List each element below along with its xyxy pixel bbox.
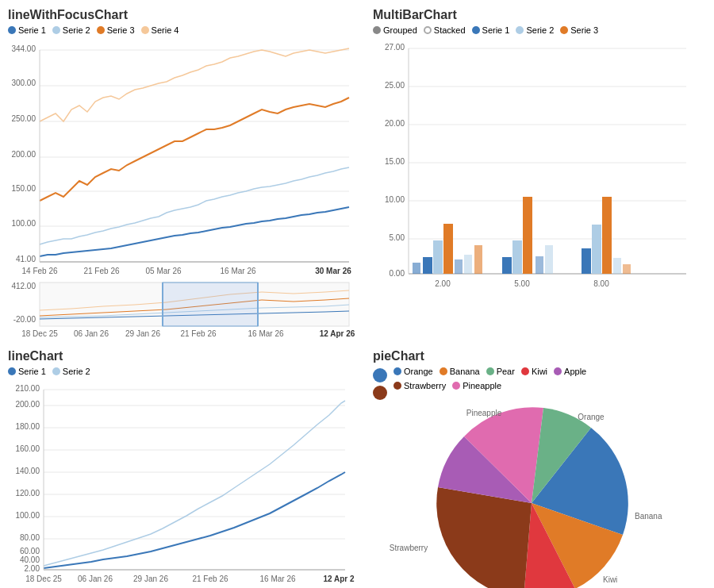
focus-x-6-bold: 12 Apr 26 — [320, 329, 355, 338]
mbar-y-10: 10.00 — [385, 195, 405, 204]
focus-x-4: 21 Feb 26 — [180, 329, 216, 338]
legend-label-mbar-serie2: Serie 2 — [526, 25, 554, 35]
lc-serie2-line — [44, 401, 345, 566]
mbar-y-5: 5.00 — [390, 233, 405, 242]
legend-dot-serie3 — [97, 26, 105, 34]
y-max-label: 344.00 — [11, 44, 36, 53]
pie-slice-strawberry[interactable] — [436, 487, 532, 588]
lc-y-2: 2.00 — [25, 564, 40, 573]
y-200-label: 200.00 — [11, 150, 36, 159]
legend-dot-stacked — [424, 26, 432, 34]
bar-8-s3 — [602, 197, 612, 274]
focus-y-min: -20.00 — [13, 315, 36, 324]
lc-y-120: 120.00 — [15, 489, 40, 498]
pie-dot-pineapple — [452, 382, 460, 390]
pie-legend-big-dot-1 — [373, 368, 387, 382]
line-chart-legend: Serie 1 Serie 2 — [8, 367, 357, 376]
focus-x-3: 29 Jan 26 — [125, 329, 160, 338]
lc-x-4: 21 Feb 26 — [192, 575, 228, 583]
legend-item-mbar-serie2[interactable]: Serie 2 — [516, 25, 554, 35]
line-with-focus-chart-title: lineWithFocusChart — [8, 8, 357, 22]
focus-brush[interactable] — [163, 282, 258, 326]
legend-item-grouped[interactable]: Grouped — [373, 25, 417, 35]
pie-legend-apple[interactable]: Apple — [554, 367, 586, 376]
y-min-label: 41.00 — [16, 255, 36, 263]
legend-item-serie1[interactable]: Serie 1 — [8, 25, 46, 35]
y-150-label: 150.00 — [11, 184, 36, 193]
pie-legend-big-dot-2 — [373, 386, 387, 400]
pie-legend-pear[interactable]: Pear — [486, 367, 515, 376]
bar-5-s1 — [502, 257, 512, 274]
legend-dot-mbar-serie1 — [472, 26, 480, 34]
x-label-5-bold: 30 Mar 26 — [315, 267, 351, 275]
lc-y-180: 180.00 — [15, 422, 40, 431]
pie-label-orange: Orange — [404, 367, 433, 376]
pie-legend-orange[interactable]: Orange — [393, 367, 433, 376]
bar-extra-7 — [613, 258, 621, 274]
legend-dot-mbar-serie2 — [516, 26, 524, 34]
line-chart-panel: lineChart Serie 1 Serie 2 210.00 200.00 … — [0, 341, 365, 587]
legend-item-serie2[interactable]: Serie 2 — [52, 25, 90, 35]
y-300-label: 300.00 — [11, 79, 36, 87]
lc-y-40: 40.00 — [20, 555, 40, 564]
mbar-x-1: 2.00 — [435, 279, 451, 288]
bar-extra-1 — [413, 263, 420, 274]
legend-item-mbar-serie3[interactable]: Serie 3 — [560, 25, 598, 35]
bar-extra-5 — [536, 256, 543, 274]
legend-label-lc-serie2: Serie 2 — [63, 367, 90, 376]
pie-chart-title: pieChart — [373, 349, 706, 363]
lc-x-2: 06 Jan 26 — [78, 575, 113, 583]
legend-label-mbar-serie1: Serie 1 — [482, 25, 510, 35]
lc-y-200: 200.00 — [15, 400, 40, 409]
mbar-x-3: 8.00 — [593, 279, 609, 288]
legend-dot-serie4 — [141, 26, 149, 34]
lc-x-6-bold: 12 Apr 2 — [323, 575, 355, 583]
pie-legend-row2: Strawberry Pineapple — [393, 381, 586, 390]
pie-chart-panel: pieChart Orange Banana — [365, 341, 714, 587]
bar-8-s1 — [582, 248, 591, 274]
y-250-label: 250.00 — [11, 114, 36, 123]
bar-extra-6 — [545, 245, 553, 274]
legend-label-serie4: Serie 4 — [152, 25, 179, 35]
mbar-y-15: 15.00 — [385, 157, 405, 166]
lc-y-80: 80.00 — [20, 533, 40, 542]
pie-legend-banana[interactable]: Banana — [440, 367, 480, 376]
legend-item-serie4[interactable]: Serie 4 — [141, 25, 179, 35]
pie-label-kiwi: Kiwi — [532, 367, 547, 376]
line-chart-svg: 210.00 200.00 180.00 160.00 140.00 120.0… — [8, 379, 357, 586]
pie-dot-pear — [486, 367, 494, 375]
legend-dot-serie2 — [52, 26, 60, 34]
pie-label-banana-text: Banana — [635, 512, 662, 521]
legend-dot-lc-serie2 — [52, 367, 60, 375]
pie-label-banana: Banana — [450, 367, 480, 376]
pie-label-pineapple: Pineapple — [463, 381, 501, 390]
x-label-3: 05 Mar 26 — [145, 267, 181, 275]
multi-bar-chart-legend: Grouped Stacked Serie 1 Serie 2 Serie 3 — [373, 25, 706, 35]
pie-dot-strawberry — [393, 382, 401, 390]
legend-item-lc-serie2[interactable]: Serie 2 — [52, 367, 90, 376]
lc-y-100: 100.00 — [15, 511, 40, 520]
y-100-label: 100.00 — [11, 219, 36, 228]
multi-bar-chart-title: MultiBarChart — [373, 8, 706, 22]
legend-label-stacked: Stacked — [434, 25, 466, 35]
serie3-line — [40, 98, 349, 201]
pie-legend-strawberry[interactable]: Strawberry — [393, 381, 446, 390]
legend-item-lc-serie1[interactable]: Serie 1 — [8, 367, 46, 376]
bar-5-s3 — [523, 197, 532, 274]
legend-item-serie3[interactable]: Serie 3 — [97, 25, 135, 35]
legend-label-lc-serie1: Serie 1 — [18, 367, 46, 376]
mbar-y-25: 25.00 — [385, 81, 405, 90]
pie-legend-pineapple[interactable]: Pineapple — [452, 381, 501, 390]
legend-item-stacked[interactable]: Stacked — [424, 25, 466, 35]
pie-label-orange-text: Orange — [578, 413, 605, 421]
x-label-2: 21 Feb 26 — [83, 267, 119, 275]
focus-x-2: 06 Jan 26 — [74, 329, 109, 338]
legend-item-mbar-serie1[interactable]: Serie 1 — [472, 25, 510, 35]
x-label-4: 16 Mar 26 — [220, 267, 255, 275]
legend-dot-serie1 — [8, 26, 16, 34]
legend-dot-lc-serie1 — [8, 367, 16, 375]
mbar-y-20: 20.00 — [385, 119, 405, 128]
pie-legend-kiwi[interactable]: Kiwi — [521, 367, 547, 376]
pie-label-apple: Apple — [564, 367, 586, 376]
bar-extra-4 — [474, 245, 482, 274]
